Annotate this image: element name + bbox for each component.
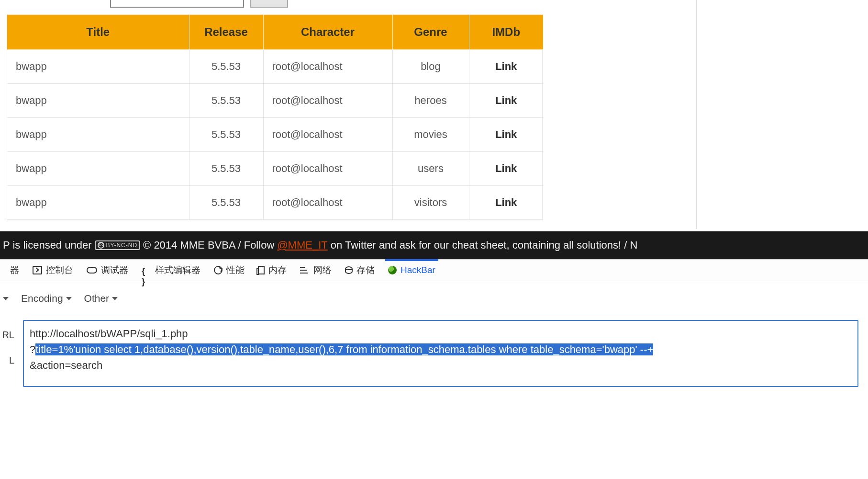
cell-release: 5.5.53 — [189, 152, 263, 186]
results-table: Title Release Character Genre IMDb bwapp… — [7, 15, 543, 220]
cell-imdb[interactable]: Link — [469, 118, 543, 152]
cell-release: 5.5.53 — [189, 50, 263, 84]
chevron-down-icon — [66, 297, 72, 300]
table-row: bwapp5.5.53root@localhostheroesLink — [7, 84, 543, 118]
tab-storage[interactable]: 存储 — [345, 264, 375, 276]
cell-genre: heroes — [392, 84, 469, 118]
tab-memory[interactable]: 内存 — [258, 264, 287, 276]
storage-icon — [345, 266, 353, 274]
cell-title: bwapp — [7, 152, 189, 186]
table-row: bwapp5.5.53root@localhostusersLink — [7, 152, 543, 186]
col-header-title: Title — [7, 15, 189, 50]
tab-hackbar[interactable]: HackBar — [388, 265, 435, 275]
tab-cutoff[interactable]: 器 — [3, 264, 19, 276]
footer-text-pre: P is licensed under — [3, 239, 92, 251]
col-header-character: Character — [263, 15, 392, 50]
col-header-release: Release — [189, 15, 263, 50]
tab-style-editor-label: 样式编辑器 — [155, 264, 200, 276]
hackbar-encoding-label: Encoding — [21, 293, 63, 304]
side-label-1: RL — [0, 330, 14, 341]
cc-label: BY-NC-ND — [106, 242, 138, 249]
cell-character: root@localhost — [263, 118, 392, 152]
cell-character: root@localhost — [263, 152, 392, 186]
footer-text-mid2: on Twitter and ask for our cheat sheet, … — [331, 239, 638, 251]
results-table-wrap: Title Release Character Genre IMDb bwapp… — [7, 14, 543, 220]
cell-character: root@localhost — [263, 186, 392, 220]
cell-imdb[interactable]: Link — [469, 84, 543, 118]
table-row: bwapp5.5.53root@localhostvisitorsLink — [7, 186, 543, 220]
tab-style-editor[interactable]: { } 样式编辑器 — [142, 264, 200, 276]
search-input[interactable] — [110, 0, 244, 8]
cell-title: bwapp — [7, 186, 189, 220]
footer-bar: P is licensed under BY-NC-ND © 2014 MME … — [0, 231, 868, 259]
tab-performance[interactable]: 性能 — [214, 264, 245, 276]
col-header-genre: Genre — [392, 15, 469, 50]
cc-license-badge[interactable]: BY-NC-ND — [95, 240, 141, 250]
search-controls-residual — [110, 0, 288, 8]
debugger-icon — [87, 267, 97, 274]
hackbar-other-dropdown[interactable]: Other — [84, 293, 118, 304]
console-icon — [33, 266, 42, 274]
tab-hackbar-label: HackBar — [401, 265, 435, 275]
tab-cutoff-label: 器 — [10, 264, 19, 276]
cell-title: bwapp — [7, 50, 189, 84]
cell-character: root@localhost — [263, 50, 392, 84]
network-icon — [300, 266, 310, 274]
table-row: bwapp5.5.53root@localhostblogLink — [7, 50, 543, 84]
cell-title: bwapp — [7, 118, 189, 152]
cell-genre: movies — [392, 118, 469, 152]
cell-genre: visitors — [392, 186, 469, 220]
url-line-2: ?title=1%'union select 1,database(),vers… — [30, 342, 852, 357]
cell-release: 5.5.53 — [189, 84, 263, 118]
footer-text-mid1: © 2014 MME BVBA / Follow — [143, 239, 274, 251]
performance-icon — [214, 266, 223, 274]
chevron-down-icon — [3, 297, 9, 300]
col-header-imdb: IMDb — [469, 15, 543, 50]
url-line-2-prefix: ? — [30, 343, 35, 355]
tab-console[interactable]: 控制台 — [33, 264, 73, 276]
hackbar-toolbar: Encoding Other — [0, 287, 868, 309]
twitter-handle-link[interactable]: @MME_IT — [277, 239, 327, 251]
style-editor-icon: { } — [142, 266, 151, 274]
cell-character: root@localhost — [263, 84, 392, 118]
cell-imdb[interactable]: Link — [469, 186, 543, 220]
cc-icon — [98, 242, 104, 249]
cell-genre: blog — [392, 50, 469, 84]
tab-debugger-label: 调试器 — [101, 264, 128, 276]
cell-imdb[interactable]: Link — [469, 50, 543, 84]
hackbar-url-textarea[interactable]: http://localhost/bWAPP/sqli_1.php ?title… — [23, 320, 858, 387]
cell-title: bwapp — [7, 84, 189, 118]
cell-genre: users — [392, 152, 469, 186]
side-label-2: L — [0, 355, 14, 366]
devtools-tabstrip: 器 控制台 调试器 { } 样式编辑器 性能 内存 网络 存储 — [0, 259, 868, 281]
table-row: bwapp5.5.53root@localhostmoviesLink — [7, 118, 543, 152]
right-divider — [696, 0, 697, 229]
url-line-3: &action=search — [30, 357, 852, 373]
url-line-2-selection: title=1%'union select 1,database(),versi… — [35, 343, 653, 355]
tab-network-label: 网络 — [313, 264, 332, 276]
tab-console-label: 控制台 — [46, 264, 73, 276]
hackbar-other-label: Other — [84, 293, 110, 304]
url-line-1: http://localhost/bWAPP/sqli_1.php — [30, 326, 852, 342]
tab-performance-label: 性能 — [226, 264, 245, 276]
tab-storage-label: 存储 — [356, 264, 375, 276]
tab-memory-label: 内存 — [268, 264, 287, 276]
search-button[interactable] — [250, 0, 288, 8]
cell-imdb[interactable]: Link — [469, 152, 543, 186]
memory-icon — [258, 266, 265, 274]
chevron-down-icon — [112, 297, 118, 300]
tab-network[interactable]: 网络 — [300, 264, 332, 276]
hackbar-encoding-dropdown[interactable]: Encoding — [21, 293, 72, 304]
hackbar-icon — [388, 266, 397, 274]
hackbar-dropdown-cut[interactable] — [3, 297, 9, 300]
cell-release: 5.5.53 — [189, 118, 263, 152]
cell-release: 5.5.53 — [189, 186, 263, 220]
tab-debugger[interactable]: 调试器 — [87, 264, 128, 276]
